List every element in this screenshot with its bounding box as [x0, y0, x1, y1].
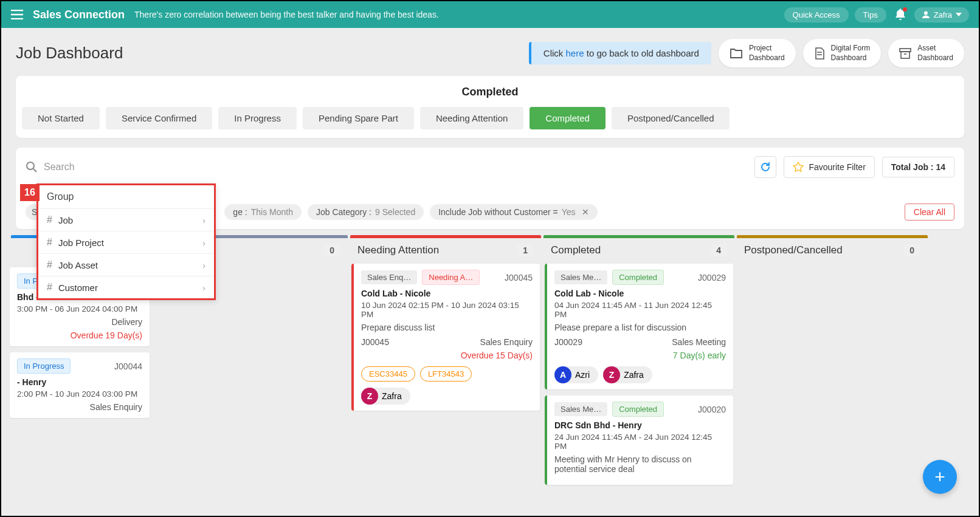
search-row: Favourite Filter Total Job : 14 — [26, 156, 954, 178]
refresh-button[interactable] — [754, 156, 776, 178]
avatar-chip[interactable]: ZZafra — [361, 388, 410, 405]
card-category: Delivery — [111, 317, 142, 327]
hash-icon: # — [47, 214, 52, 225]
header: Sales Connection There's zero correlatio… — [1, 1, 979, 28]
brand[interactable]: Sales Connection — [33, 9, 125, 21]
search-input[interactable] — [44, 162, 747, 173]
search-input-wrap — [26, 161, 747, 173]
hash-icon: # — [47, 282, 52, 293]
job-card[interactable]: In ProgressJ00044- Henry2:00 PM - 10 Jun… — [10, 352, 150, 418]
add-fab[interactable]: + — [923, 460, 957, 494]
card-id: J00045 — [505, 273, 533, 282]
status-tab[interactable]: Not Started — [22, 107, 100, 129]
group-item[interactable]: #Customer› — [38, 276, 214, 298]
column-title: Needing Attention — [357, 244, 439, 256]
kanban-column-needing-attention: Needing Attention 1 Sales Enq…Needing A…… — [350, 235, 541, 487]
status-tabs-card: Completed Not StartedService ConfirmedIn… — [16, 76, 964, 138]
filter-chip-category[interactable]: Job Category : 9 Selected — [308, 204, 424, 220]
group-item[interactable]: #Job Asset› — [38, 254, 214, 276]
avatar-chip[interactable]: AAzri — [554, 366, 598, 383]
header-left: Sales Connection There's zero correlatio… — [11, 9, 439, 21]
tips-button[interactable]: Tips — [855, 7, 886, 22]
user-name: Zafra — [934, 10, 952, 19]
card-date: 2:00 PM - 10 Jun 2024 03:00 PM — [17, 389, 142, 399]
column-title: Completed — [551, 244, 601, 256]
column-count: 4 — [710, 244, 727, 256]
chip-close-icon[interactable]: ✕ — [582, 207, 589, 217]
group-item[interactable]: #Job Project› — [38, 231, 214, 254]
status-badge: Needing A… — [422, 270, 480, 285]
notification-dot — [903, 7, 907, 12]
status-tab[interactable]: Postponed/Cancelled — [612, 107, 730, 129]
card-id: J00029 — [698, 273, 726, 282]
card-desc: Prepare discuss list — [361, 323, 533, 332]
card-category: Sales Meeting — [672, 337, 726, 347]
early-text: 7 Day(s) early — [554, 351, 726, 360]
status-tab[interactable]: Service Confirmed — [106, 107, 212, 129]
annotation-badge: 16 — [20, 184, 40, 201]
favourite-filter-button[interactable]: Favourite Filter — [784, 156, 874, 178]
menu-icon[interactable] — [11, 10, 23, 19]
card-title: - Henry — [17, 377, 142, 387]
overdue-text: Overdue 19 Day(s) — [17, 330, 142, 340]
avatar: Z — [603, 366, 620, 383]
card-id: J00020 — [698, 405, 726, 414]
hash-icon: # — [47, 237, 52, 248]
column-title: Postponed/Cancelled — [744, 244, 843, 256]
group-item[interactable]: #Job› — [38, 209, 214, 231]
status-badge: Sales Me… — [554, 270, 607, 284]
card-category: Sales Enquiry — [90, 402, 142, 412]
job-card[interactable]: Sales Enq…Needing A…J00045Cold Lab - Nic… — [351, 264, 540, 411]
svg-point-0 — [924, 12, 928, 15]
total-job-count: Total Job : 14 — [882, 157, 954, 177]
column-count: 1 — [517, 244, 534, 256]
quick-access-button[interactable]: Quick Access — [784, 7, 849, 22]
archive-icon — [899, 48, 911, 59]
chevron-right-icon: › — [202, 260, 205, 270]
status-tab[interactable]: Needing Attention — [420, 107, 523, 129]
user-menu[interactable]: Zafra — [914, 7, 969, 22]
overdue-text: Overdue 15 Day(s) — [361, 351, 533, 360]
title-row: Job Dashboard Click here to go back to o… — [1, 28, 979, 76]
chevron-right-icon: › — [202, 215, 205, 225]
tag-pill[interactable]: LFT34543 — [420, 366, 472, 382]
avatar-chip[interactable]: ZZafra — [603, 366, 652, 383]
svg-point-3 — [27, 162, 34, 169]
folder-icon — [730, 48, 743, 59]
avatar: Z — [361, 388, 378, 405]
chevron-right-icon: › — [202, 238, 205, 248]
column-count: 0 — [323, 244, 340, 256]
project-dashboard-button[interactable]: ProjectDashboard — [719, 39, 796, 67]
card-title: Cold Lab - Nicole — [361, 289, 533, 298]
clear-all-button[interactable]: Clear All — [905, 204, 954, 221]
status-tab[interactable]: In Progress — [218, 107, 297, 129]
title-right: Click here to go back to old dashboard P… — [529, 39, 964, 67]
chevron-right-icon: › — [202, 282, 205, 293]
filter-chip-partial-2[interactable]: ge : This Month — [224, 204, 302, 220]
card-date: 3:00 PM - 06 Jun 2024 04:00 PM — [17, 304, 142, 313]
tag-pill[interactable]: ESC33445 — [361, 366, 415, 382]
document-icon — [814, 47, 825, 60]
star-icon — [793, 162, 804, 173]
svg-rect-2 — [901, 52, 909, 58]
job-card[interactable]: Sales Me…CompletedJ00020DRC Sdn Bhd - He… — [545, 395, 733, 485]
digital-form-dashboard-button[interactable]: Digital FormDashboard — [803, 39, 882, 67]
asset-dashboard-button[interactable]: AssetDashboard — [888, 39, 964, 67]
status-tab[interactable]: Pending Spare Part — [303, 107, 414, 129]
job-card[interactable]: Sales Me…CompletedJ00029Cold Lab - Nicol… — [545, 264, 733, 389]
status-tab[interactable]: Completed — [530, 107, 606, 129]
avatar: A — [554, 366, 571, 383]
filter-chip-include[interactable]: Include Job without Customer = Yes✕ — [430, 204, 597, 220]
hash-icon: # — [47, 259, 52, 270]
old-dashboard-link[interactable]: here — [566, 48, 584, 58]
header-right: Quick Access Tips Zafra — [784, 6, 969, 23]
card-date: 24 Jun 2024 11:45 AM - 24 Jun 2024 12:45… — [554, 433, 726, 451]
search-icon — [26, 161, 38, 173]
avatars: AAzriZZafra — [554, 366, 726, 383]
status-badge: Completed — [612, 270, 664, 285]
kanban-column-completed: Completed 4 Sales Me…CompletedJ00029Cold… — [543, 235, 734, 487]
kanban-column-postponed: Postponed/Cancelled 0 — [737, 235, 928, 487]
notifications-icon[interactable] — [892, 6, 908, 23]
tabs-row: Not StartedService ConfirmedIn ProgressP… — [22, 107, 958, 129]
card-desc: Meeting with Mr Henry to discuss on pote… — [554, 454, 726, 474]
